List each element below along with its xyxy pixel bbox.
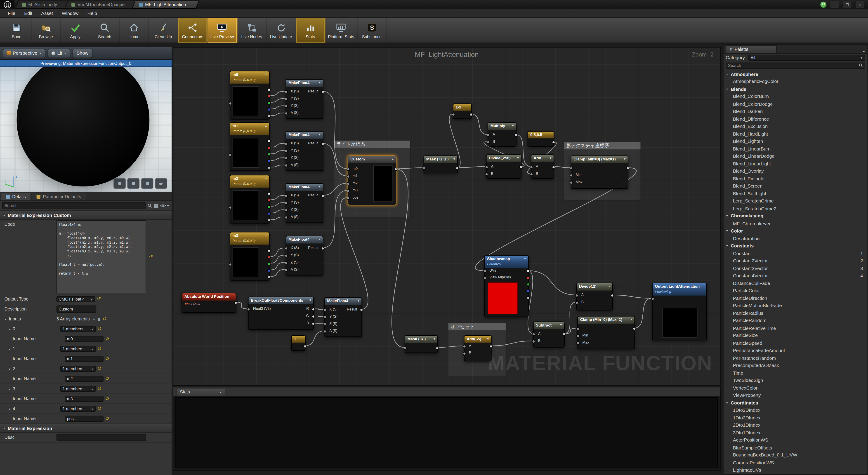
- output-pin[interactable]: [268, 108, 271, 112]
- substance-button[interactable]: SSubstance: [358, 18, 387, 42]
- input-pin[interactable]: [532, 332, 535, 336]
- tab-stats[interactable]: Stats ▼: [177, 388, 225, 396]
- members-dropdown[interactable]: 1 members▼: [60, 386, 96, 392]
- palette-item[interactable]: ParticleMotionBlurFade: [723, 302, 868, 309]
- node-div2[interactable]: Divide(,2)▼AB: [576, 283, 613, 310]
- node-mf1[interactable]: MakeFloat4▼X (S)Y (S)Z (S)A (S)Result: [286, 79, 323, 119]
- menu-edit[interactable]: Edit: [20, 10, 37, 15]
- input-pin[interactable]: [463, 345, 466, 348]
- output-pin[interactable]: [514, 133, 518, 137]
- output-pin[interactable]: [312, 322, 315, 325]
- window-tab[interactable]: M_Alicia_body: [17, 0, 66, 9]
- input-pin[interactable]: [346, 168, 350, 171]
- palette-item[interactable]: TwoSidedSign: [723, 377, 868, 384]
- collapse-icon[interactable]: ▼: [357, 299, 360, 302]
- palette-item[interactable]: Blend_ColorDodge: [723, 100, 868, 107]
- members-dropdown[interactable]: 1 members▼: [60, 326, 96, 332]
- menu-file[interactable]: File: [3, 10, 20, 15]
- node-header[interactable]: 1-x: [454, 104, 471, 110]
- output-pin[interactable]: [234, 301, 238, 305]
- node-header[interactable]: MakeFloat4▼: [286, 80, 323, 87]
- input-pin[interactable]: [285, 90, 288, 94]
- details-search-input[interactable]: [2, 202, 146, 209]
- output-pin[interactable]: [562, 332, 566, 336]
- collapse-icon[interactable]: ▼: [524, 257, 526, 260]
- live-update-button[interactable]: Live Update: [267, 18, 296, 42]
- node-halfhalf[interactable]: 0.5,0.5: [528, 131, 554, 147]
- input-pin[interactable]: [575, 294, 579, 297]
- menu-window[interactable]: Window: [57, 10, 83, 15]
- search-button[interactable]: Search: [90, 18, 120, 42]
- reset-to-default-icon[interactable]: ↺: [103, 317, 107, 322]
- output-pin[interactable]: [268, 166, 271, 169]
- menu-help[interactable]: Help: [83, 10, 101, 15]
- reset-to-default-icon[interactable]: ↺: [105, 337, 109, 342]
- collapse-icon[interactable]: ▼: [318, 185, 321, 188]
- reset-to-default-icon[interactable]: ↺: [97, 386, 101, 391]
- section-material-expression[interactable]: ▼ Material Expression: [0, 424, 172, 433]
- output-pin[interactable]: [626, 166, 629, 170]
- palette-item[interactable]: PerInstanceFadeAmount: [723, 347, 868, 354]
- palette-item[interactable]: ParticleSize: [723, 332, 868, 339]
- palette-item[interactable]: DistanceCullFade: [723, 280, 868, 287]
- chevron-down-icon[interactable]: ▼: [863, 50, 865, 53]
- input-pin[interactable]: [423, 166, 426, 170]
- palette-group-blends[interactable]: ▼Blends: [723, 85, 868, 93]
- palette-item[interactable]: 3Dto1DIndex: [723, 429, 868, 436]
- reset-to-default-icon[interactable]: ↺: [105, 376, 109, 381]
- input-pin[interactable]: [485, 172, 488, 176]
- output-pin[interactable]: [268, 269, 271, 272]
- reset-to-default-icon[interactable]: ↺: [97, 346, 101, 351]
- collapse-icon[interactable]: ▼: [549, 156, 552, 160]
- show-button[interactable]: Show: [73, 49, 92, 58]
- collapse-icon[interactable]: ▼: [318, 81, 321, 84]
- input-pin[interactable]: [530, 172, 533, 176]
- node-header[interactable]: Absolute World Position: [182, 293, 236, 300]
- node-div256[interactable]: Divide(,256)▼AB: [486, 154, 522, 179]
- collapse-icon[interactable]: ▼: [318, 238, 321, 241]
- palette-item[interactable]: ViewProperty: [723, 391, 868, 399]
- tab-details[interactable]: Details: [1, 193, 31, 200]
- shape-teapot-button[interactable]: [155, 178, 167, 189]
- collapse-icon[interactable]: ▼: [623, 157, 626, 161]
- description-field[interactable]: [57, 306, 96, 313]
- output-pin[interactable]: [268, 256, 271, 259]
- reset-to-default-icon[interactable]: ↺: [97, 366, 101, 371]
- palette-item[interactable]: Blend_Screen: [723, 182, 868, 190]
- collapse-icon[interactable]: ▲: [265, 177, 268, 180]
- input-pin[interactable]: [285, 254, 288, 257]
- collapse-icon[interactable]: ▼: [433, 337, 436, 340]
- input-pin[interactable]: [323, 330, 327, 333]
- output-pin[interactable]: [489, 345, 493, 348]
- input-pin[interactable]: [463, 352, 466, 355]
- input-name-field[interactable]: m0: [65, 336, 103, 342]
- output-pin[interactable]: [526, 283, 530, 286]
- node-header[interactable]: m3Param (0,0,0,0)▲: [230, 232, 269, 245]
- collapse-icon[interactable]: ▼: [517, 156, 519, 160]
- output-type-dropdown[interactable]: CMOT Float 4 ▼: [57, 296, 95, 302]
- input-pin[interactable]: [285, 105, 288, 108]
- reset-to-default-icon[interactable]: ↺: [105, 416, 109, 421]
- reset-to-default-icon[interactable]: ↺: [97, 326, 101, 331]
- node-addm5[interactable]: Add(,-5)▼AB: [464, 335, 491, 361]
- palette-item[interactable]: ParticleColor: [723, 287, 868, 294]
- input-pin[interactable]: [285, 268, 288, 272]
- node-header[interactable]: 1: [292, 336, 305, 343]
- input-name-field[interactable]: m2: [65, 376, 103, 382]
- input-pin[interactable]: [483, 270, 487, 273]
- preview-viewport[interactable]: z y: [0, 67, 172, 192]
- output-pin[interactable]: [268, 159, 271, 163]
- connection-status-icon[interactable]: ↻: [820, 1, 827, 7]
- output-pin[interactable]: [526, 289, 530, 293]
- node-add1[interactable]: Add▼AB: [531, 154, 554, 179]
- platform-stats-button[interactable]: Platform Stats: [325, 18, 358, 42]
- collapse-icon[interactable]: ▲: [265, 124, 268, 127]
- reset-to-default-icon[interactable]: ↺: [149, 254, 153, 259]
- collapse-icon[interactable]: ▼: [453, 157, 456, 161]
- output-pin[interactable]: [526, 276, 530, 280]
- output-pin[interactable]: [268, 115, 271, 118]
- input-pin[interactable]: [285, 216, 288, 219]
- node-header[interactable]: m1Param (0,0,0,0)▲: [230, 123, 269, 135]
- palette-group-atmosphere[interactable]: ▼Atmosphere: [723, 70, 868, 78]
- palette-group-color[interactable]: ▼Color: [723, 227, 868, 234]
